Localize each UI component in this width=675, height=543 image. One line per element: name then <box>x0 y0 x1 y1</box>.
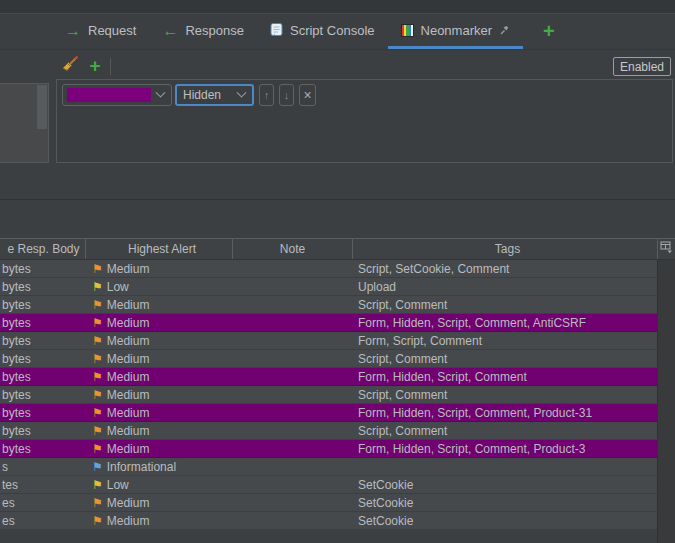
tab-response-label: Response <box>185 23 244 38</box>
tab-request-label: Request <box>88 23 136 38</box>
row-alert-cell: ⚑ Medium <box>86 496 233 510</box>
row-alert-cell: ⚑ Low <box>86 280 233 294</box>
alert-flag-icon: ⚑ <box>92 263 103 275</box>
move-up-button[interactable]: ↑ <box>259 84 274 106</box>
tab-script-console[interactable]: Script Console <box>257 15 388 49</box>
script-icon <box>270 22 283 40</box>
row-size-cell: bytes <box>0 298 86 312</box>
alert-flag-icon: ⚑ <box>92 479 103 491</box>
tab-bar: → Request ← Response Script Console Neon… <box>0 14 675 50</box>
neonmarker-panel: Hidden ↑ ↓ × <box>56 79 673 163</box>
left-partial-panel <box>0 83 49 163</box>
row-size-cell: es <box>0 514 86 528</box>
alert-label: Medium <box>107 370 150 384</box>
row-tags-cell: SetCookie <box>353 514 657 528</box>
table-row[interactable]: s ⚑ Informational <box>0 458 657 476</box>
row-tags-cell: Form, Script, Comment <box>353 334 657 348</box>
table-row[interactable]: bytes ⚑ Medium Form, Hidden, Script, Com… <box>0 440 657 458</box>
table-row[interactable]: es ⚑ Medium SetCookie <box>0 512 657 530</box>
column-header-highest-alert[interactable]: Highest Alert <box>86 239 233 259</box>
tag-select-value: Hidden <box>183 88 221 102</box>
table-row[interactable]: es ⚑ Medium SetCookie <box>0 494 657 512</box>
row-alert-cell: ⚑ Medium <box>86 352 233 366</box>
row-tags-cell: SetCookie <box>353 496 657 510</box>
alert-label: Low <box>107 280 129 294</box>
row-size-cell: bytes <box>0 262 86 276</box>
alert-label: Medium <box>107 298 150 312</box>
table-scrollbar-track[interactable] <box>657 260 675 543</box>
row-size-cell: s <box>0 460 86 474</box>
column-header-note[interactable]: Note <box>233 239 353 259</box>
add-rule-button[interactable]: + <box>85 56 105 76</box>
table-config-icon <box>660 241 673 257</box>
tab-request[interactable]: → Request <box>52 15 149 49</box>
tab-neonmarker[interactable]: Neonmarker <box>388 15 524 49</box>
alert-label: Medium <box>107 514 150 528</box>
row-alert-cell: ⚑ Medium <box>86 298 233 312</box>
table-row[interactable]: bytes ⚑ Low Upload <box>0 278 657 296</box>
left-panel-scrollbar[interactable] <box>37 85 47 129</box>
column-config-button[interactable] <box>657 239 675 259</box>
alert-flag-icon: ⚑ <box>92 299 103 311</box>
table-row[interactable]: bytes ⚑ Medium Script, SetCookie, Commen… <box>0 260 657 278</box>
alert-flag-icon: ⚑ <box>92 281 103 293</box>
row-alert-cell: ⚑ Low <box>86 478 233 492</box>
table-row[interactable]: bytes ⚑ Medium Script, Comment <box>0 386 657 404</box>
tab-response[interactable]: ← Response <box>149 15 257 49</box>
top-strip <box>0 0 675 14</box>
row-tags-cell: Script, SetCookie, Comment <box>353 262 657 276</box>
row-size-cell: tes <box>0 478 86 492</box>
row-tags-cell: Form, Hidden, Script, Comment, AntiCSRF <box>353 316 657 330</box>
table-row[interactable]: bytes ⚑ Medium Form, Hidden, Script, Com… <box>0 314 657 332</box>
row-tags-cell: Script, Comment <box>353 298 657 312</box>
tab-script-console-label: Script Console <box>290 23 375 38</box>
zap-workspace: → Request ← Response Script Console Neon… <box>0 0 675 543</box>
chevron-down-icon <box>156 87 166 97</box>
row-size-cell: bytes <box>0 370 86 384</box>
row-size-cell: bytes <box>0 406 86 420</box>
alert-flag-icon: ⚑ <box>92 515 103 527</box>
alert-label: Medium <box>107 442 150 456</box>
move-down-button[interactable]: ↓ <box>279 84 294 106</box>
panel-divider <box>0 199 675 200</box>
column-header-resp-body[interactable]: e Resp. Body <box>0 239 86 259</box>
row-tags-cell: Upload <box>353 280 657 294</box>
chevron-down-icon <box>237 87 247 97</box>
table-row[interactable]: bytes ⚑ Medium Script, Comment <box>0 350 657 368</box>
row-tags-cell: Form, Hidden, Script, Comment <box>353 370 657 384</box>
table-row[interactable]: bytes ⚑ Medium Form, Hidden, Script, Com… <box>0 368 657 386</box>
broom-icon <box>61 55 79 77</box>
row-size-cell: bytes <box>0 334 86 348</box>
alert-label: Low <box>107 478 129 492</box>
table-row[interactable]: bytes ⚑ Medium Form, Hidden, Script, Com… <box>0 404 657 422</box>
alert-flag-icon: ⚑ <box>92 371 103 383</box>
row-size-cell: bytes <box>0 352 86 366</box>
row-alert-cell: ⚑ Medium <box>86 442 233 456</box>
alert-label: Medium <box>107 262 150 276</box>
pin-icon[interactable] <box>499 23 510 38</box>
row-alert-cell: ⚑ Medium <box>86 424 233 438</box>
tag-select[interactable]: Hidden <box>175 84 254 106</box>
table-row[interactable]: bytes ⚑ Medium Form, Script, Comment <box>0 332 657 350</box>
alert-label: Medium <box>107 424 150 438</box>
alert-flag-icon: ⚑ <box>92 461 103 473</box>
row-tags-cell: Form, Hidden, Script, Comment, Product-3 <box>353 442 657 456</box>
alert-label: Medium <box>107 316 150 330</box>
table-header: e Resp. Body Highest Alert Note Tags <box>0 238 675 260</box>
remove-rule-button[interactable]: × <box>299 84 316 106</box>
row-tags-cell: Script, Comment <box>353 424 657 438</box>
column-header-tags[interactable]: Tags <box>353 239 657 259</box>
table-row[interactable]: bytes ⚑ Medium Script, Comment <box>0 422 657 440</box>
color-select[interactable] <box>62 84 172 106</box>
row-size-cell: bytes <box>0 388 86 402</box>
alert-flag-icon: ⚑ <box>92 389 103 401</box>
enabled-toggle-button[interactable]: Enabled <box>613 57 671 76</box>
row-tags-cell: SetCookie <box>353 478 657 492</box>
clear-rules-button[interactable] <box>60 56 80 76</box>
table-row[interactable]: bytes ⚑ Medium Script, Comment <box>0 296 657 314</box>
add-tab-button[interactable]: + <box>537 14 561 49</box>
alert-flag-icon: ⚑ <box>92 335 103 347</box>
row-alert-cell: ⚑ Medium <box>86 316 233 330</box>
table-row[interactable]: tes ⚑ Low SetCookie <box>0 476 657 494</box>
row-alert-cell: ⚑ Informational <box>86 460 233 474</box>
